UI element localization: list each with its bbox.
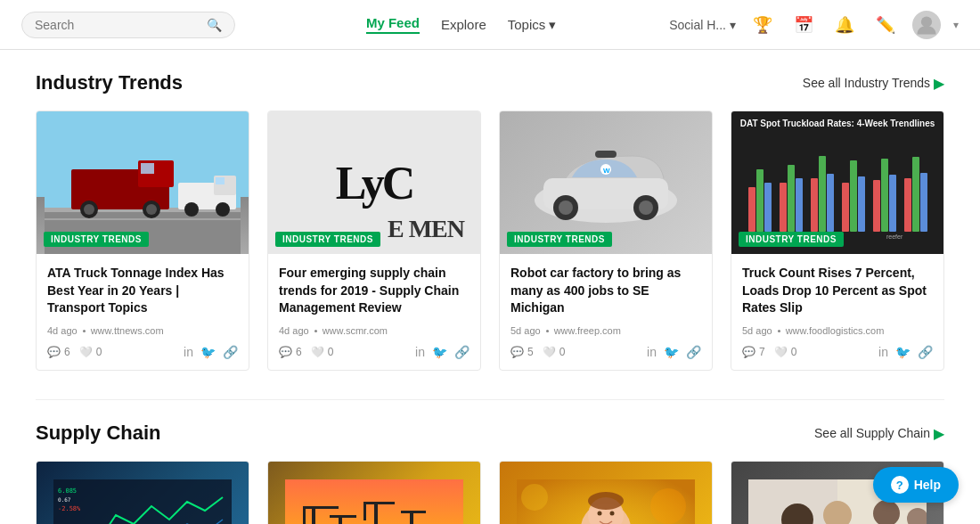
svg-rect-59 [374,502,378,524]
see-all-supply-chain[interactable]: See all Supply Chain ▶ [814,425,944,442]
svg-rect-63 [401,511,426,513]
link-icon[interactable]: 🔗 [918,345,933,359]
svg-rect-29 [764,183,772,232]
supply-chain-grid: 6.085 0.67 -2.58% SUPPLY CHAIN [36,461,944,524]
linkedin-icon[interactable]: in [184,345,193,359]
card-image-wrap: SUPPLY CHAIN [500,462,712,524]
edit-icon-button[interactable]: ✏️ [871,11,900,39]
linkedin-icon[interactable]: in [878,345,888,359]
svg-rect-43 [912,157,919,232]
main-content: Industry Trends See all Industry Trends … [0,50,980,524]
svg-point-72 [610,512,615,516]
avatar[interactable] [912,11,941,39]
card-share: in 🐦 🔗 [878,345,933,359]
card-actions: 💬 5 🤍 0 in 🐦 🔗 [510,345,701,359]
card-share: in 🐦 🔗 [647,345,701,359]
card-truck-count[interactable]: DAT Spot Truckload Rates: 4-Week Trendli… [731,111,944,371]
like-count[interactable]: 🤍 0 [311,346,334,358]
time-ago: 5d ago [742,325,772,336]
nav-explore[interactable]: Explore [441,17,486,32]
card-sc2[interactable]: SUPPLY CHAIN [267,461,481,524]
svg-rect-14 [216,177,225,184]
industry-trends-header: Industry Trends See all Industry Trends … [36,71,944,94]
comment-count[interactable]: 💬 6 [279,346,302,358]
card-title: Robot car factory to bring as many as 40… [510,265,701,318]
svg-rect-58 [330,515,356,518]
industry-trends-title: Industry Trends [36,71,183,94]
svg-point-9 [84,204,94,215]
svg-rect-41 [889,175,896,232]
svg-point-15 [184,202,199,217]
svg-point-0 [921,16,932,27]
comment-count[interactable]: 💬 7 [742,346,765,358]
svg-rect-7 [141,163,154,174]
like-count[interactable]: 🤍 0 [774,346,797,358]
like-count[interactable]: 🤍 0 [543,346,566,358]
svg-text:W: W [603,167,610,175]
card-meta: 5d ago www.freep.com [510,325,701,336]
help-button[interactable]: ? Help [873,467,959,503]
svg-rect-4 [45,218,241,220]
linkedin-icon[interactable]: in [415,345,425,359]
comment-icon: 💬 [510,346,524,358]
card-image-wrap: 6.085 0.67 -2.58% SUPPLY CHAIN [37,462,249,524]
search-box[interactable]: 🔍 [21,12,235,38]
bell-icon-button[interactable]: 🔔 [830,11,859,39]
svg-point-66 [650,488,686,524]
time-ago: 5d ago [510,325,541,336]
card-supply-chain-trends[interactable]: LyC E MEN INDUSTRY TRENDS Four emerging … [267,111,481,371]
link-icon[interactable]: 🔗 [223,345,238,359]
nav-my-feed[interactable]: My Feed [366,15,420,34]
sc3-image [500,462,712,524]
card-share: in 🐦 🔗 [415,345,470,359]
card-meta: 4d ago www.ttnews.com [47,325,238,336]
link-icon[interactable]: 🔗 [686,345,701,359]
svg-point-65 [521,484,548,511]
card-tag: INDUSTRY TRENDS [739,232,844,247]
sc1-image: 6.085 0.67 -2.58% [37,462,249,524]
twitter-icon[interactable]: 🐦 [664,345,679,359]
svg-rect-37 [850,160,857,232]
svg-rect-44 [920,173,927,232]
card-reactions: 💬 7 🤍 0 [742,346,796,358]
comment-count[interactable]: 💬 5 [510,346,534,358]
card-tag: INDUSTRY TRENDS [507,232,612,247]
meta-dot [314,330,317,332]
svg-rect-42 [904,178,911,232]
card-image-wrap: INDUSTRY TRENDS [37,111,249,254]
card-ata-truck[interactable]: INDUSTRY TRENDS ATA Truck Tonnage Index … [36,111,249,371]
nav-topics[interactable]: Topics ▾ [508,17,557,33]
card-sc1[interactable]: 6.085 0.67 -2.58% SUPPLY CHAIN [36,461,249,524]
svg-point-16 [216,202,230,217]
card-sc3[interactable]: SUPPLY CHAIN [499,461,713,524]
see-all-industry-trends[interactable]: See all Industry Trends ▶ [803,75,944,92]
social-hub-button[interactable]: Social H... ▾ [669,18,736,32]
comment-icon: 💬 [47,346,61,358]
svg-rect-55 [303,506,339,509]
svg-rect-30 [780,183,787,232]
svg-rect-60 [363,502,395,504]
linkedin-icon[interactable]: in [647,345,657,359]
trophy-icon-button[interactable]: 🏆 [748,11,777,39]
twitter-icon[interactable]: 🐦 [432,345,447,359]
industry-trends-grid: INDUSTRY TRENDS ATA Truck Tonnage Index … [36,111,944,371]
chart-title: DAT Spot Truckload Rates: 4-Week Trendli… [739,119,936,128]
like-count[interactable]: 🤍 0 [79,346,102,358]
time-ago: 4d ago [279,325,309,336]
calendar-icon-button[interactable]: 📅 [789,11,818,39]
card-meta: 5d ago www.foodlogistics.com [742,325,933,336]
card-robot-car[interactable]: W INDUSTRY TRENDS Robot car factory to b… [499,111,713,371]
see-all-arrow-icon: ▶ [934,75,944,92]
link-icon[interactable]: 🔗 [454,345,470,359]
twitter-icon[interactable]: 🐦 [200,345,216,359]
meta-dot [83,330,86,332]
svg-point-22 [559,201,573,215]
comment-count[interactable]: 💬 6 [47,346,70,358]
search-input[interactable] [35,18,201,32]
svg-rect-35 [827,174,834,232]
svg-point-24 [639,201,653,215]
card-tag: INDUSTRY TRENDS [44,232,149,247]
twitter-icon[interactable]: 🐦 [895,345,911,359]
see-all-sc-arrow-icon: ▶ [934,425,944,442]
card-image-wrap: DAT Spot Truckload Rates: 4-Week Trendli… [731,111,943,254]
